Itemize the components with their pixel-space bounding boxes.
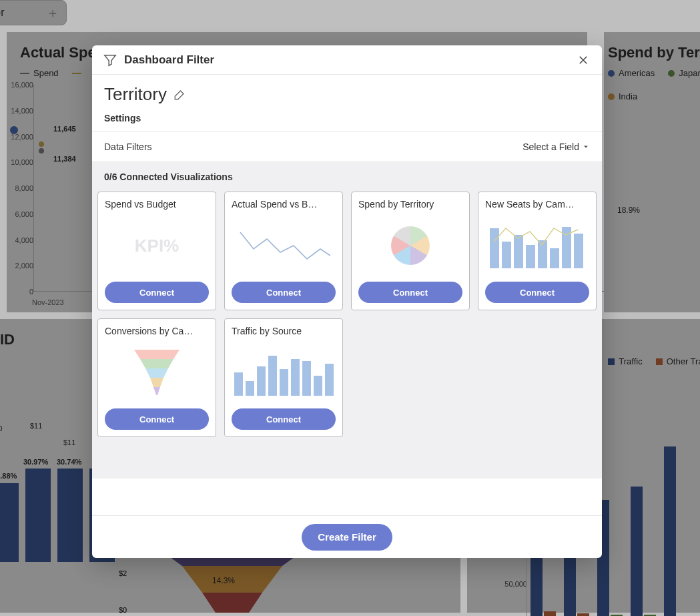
connected-visualizations-heading: 0/6 Connected Visualizations: [92, 162, 602, 192]
viz-preview: [358, 210, 462, 282]
svg-marker-12: [140, 359, 173, 368]
viz-title: Spend by Territory: [358, 199, 462, 210]
viz-preview: [232, 336, 336, 408]
line-chart-icon: [237, 226, 330, 266]
viz-title: Conversions by Ca…: [105, 326, 209, 336]
viz-title: New Seats by Cam…: [485, 199, 589, 210]
viz-card-spend-territory: Spend by Territory Connect: [351, 192, 470, 310]
viz-card-actual-spend: Actual Spend vs B… Connect: [224, 192, 343, 310]
connect-button[interactable]: Connect: [105, 282, 209, 303]
close-button[interactable]: [575, 52, 591, 68]
viz-preview: [485, 210, 589, 282]
viz-card-new-seats: New Seats by Cam… Connect: [478, 192, 597, 310]
create-filter-button[interactable]: Create Filter: [302, 524, 392, 551]
modal-body: Territory Settings Data Filters Select a…: [92, 75, 602, 515]
modal-title: Dashboard Filter: [124, 53, 214, 67]
data-filters-label: Data Filters: [104, 141, 152, 152]
settings-heading: Settings: [92, 113, 602, 131]
svg-marker-15: [153, 387, 160, 395]
svg-marker-14: [150, 378, 163, 387]
connect-button[interactable]: Connect: [232, 408, 336, 430]
svg-rect-6: [526, 245, 535, 268]
connect-button[interactable]: Connect: [232, 282, 336, 303]
data-filters-row: Data Filters Select a Field: [92, 131, 602, 162]
close-icon: [577, 54, 589, 66]
select-field-dropdown[interactable]: Select a Field: [522, 141, 590, 152]
bar-chart-icon: [234, 349, 334, 396]
filter-name-row: Territory: [92, 75, 602, 113]
viz-preview: [232, 210, 336, 282]
filter-name: Territory: [104, 84, 167, 105]
funnel-chart-icon: [133, 348, 181, 396]
svg-rect-5: [514, 235, 523, 268]
kpi-icon: KPI%: [135, 236, 179, 256]
modal-header: Dashboard Filter: [92, 45, 602, 75]
svg-marker-13: [145, 368, 168, 378]
svg-rect-10: [574, 234, 583, 268]
select-field-placeholder: Select a Field: [522, 141, 579, 152]
viz-card-spend-vs-budget: Spend vs Budget KPI% Connect: [97, 192, 216, 310]
combo-chart-icon: [487, 222, 587, 270]
viz-title: Traffic by Source: [232, 326, 336, 336]
connect-button[interactable]: Connect: [358, 282, 462, 303]
viz-card-traffic: Traffic by Source Connect: [224, 318, 343, 437]
pencil-icon: [173, 89, 186, 101]
viz-preview: [105, 336, 209, 408]
viz-card-conversions: Conversions by Ca… Connect: [97, 318, 216, 437]
viz-title: Spend vs Budget: [105, 199, 209, 210]
svg-marker-11: [134, 350, 180, 359]
connect-button[interactable]: Connect: [485, 282, 589, 303]
visualizations-grid: Spend vs Budget KPI% Connect Actual Spen…: [92, 192, 602, 479]
svg-rect-4: [502, 242, 511, 268]
svg-rect-8: [550, 248, 559, 268]
dashboard-filter-modal: Dashboard Filter Territory Settings Data…: [92, 45, 602, 558]
chevron-down-icon: [582, 143, 590, 151]
connect-button[interactable]: Connect: [105, 408, 209, 430]
pie-chart-icon: [391, 226, 430, 265]
modal-footer: Create Filter: [92, 515, 602, 558]
filter-icon: [103, 53, 117, 67]
viz-title: Actual Spend vs B…: [232, 199, 336, 210]
svg-rect-3: [490, 228, 499, 268]
viz-preview: KPI%: [105, 210, 209, 282]
edit-filter-name-button[interactable]: [173, 89, 186, 101]
